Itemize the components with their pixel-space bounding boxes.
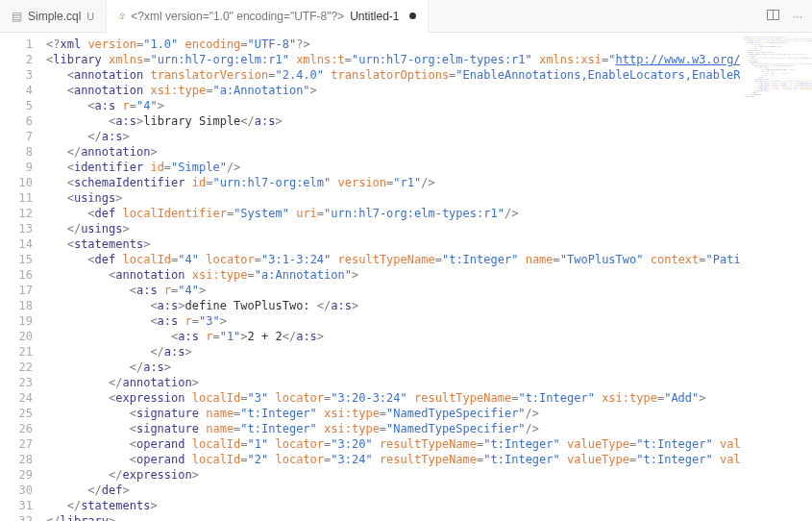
xml-icon: ઙ bbox=[118, 10, 125, 22]
line-number: 25 bbox=[0, 406, 33, 421]
line-number: 7 bbox=[0, 129, 33, 144]
line-number: 9 bbox=[0, 160, 33, 175]
code-line: </usings> bbox=[46, 221, 740, 236]
line-number: 1 bbox=[0, 37, 33, 52]
minimap[interactable]: <?xml version="1.0" encoding="UTF-8"?><l… bbox=[740, 33, 812, 521]
dirty-indicator-icon bbox=[409, 12, 416, 19]
line-number: 32 bbox=[0, 513, 33, 521]
line-number: 22 bbox=[0, 360, 33, 375]
line-number: 6 bbox=[0, 113, 33, 129]
tab-label: Untitled-1 bbox=[350, 10, 399, 23]
line-number: 27 bbox=[0, 436, 33, 452]
editor: 1234567891011121314151617181920212223242… bbox=[0, 33, 812, 521]
code-line: </a:s> bbox=[46, 129, 740, 144]
line-number: 2 bbox=[0, 52, 33, 67]
split-editor-icon[interactable] bbox=[767, 10, 779, 23]
line-number: 4 bbox=[0, 83, 33, 98]
tab-label: Simple.cql bbox=[28, 10, 81, 23]
line-number: 31 bbox=[0, 498, 33, 513]
editor-actions: ··· bbox=[767, 10, 812, 23]
code-area[interactable]: <?xml version="1.0" encoding="UTF-8"?><l… bbox=[46, 33, 740, 521]
line-number: 15 bbox=[0, 252, 33, 267]
code-line: <statements> bbox=[46, 236, 740, 252]
line-number: 26 bbox=[0, 421, 33, 436]
code-line: <?xml version="1.0" encoding="UTF-8"?> bbox=[46, 37, 740, 52]
line-number: 24 bbox=[0, 390, 33, 406]
code-line: <operand localId="2" locator="3:24" resu… bbox=[46, 452, 740, 467]
code-line: <operand localId="1" locator="3:20" resu… bbox=[46, 436, 740, 452]
code-line: </annotation> bbox=[46, 375, 740, 390]
tab-simple-cql[interactable]: ▤ Simple.cql U bbox=[0, 0, 107, 33]
line-number: 3 bbox=[0, 67, 33, 83]
line-number: 14 bbox=[0, 236, 33, 252]
line-number: 16 bbox=[0, 267, 33, 283]
code-line: <a:s r="4"> bbox=[46, 283, 740, 298]
line-number: 28 bbox=[0, 452, 33, 467]
code-line: <def localId="4" locator="3:1-3:24" resu… bbox=[46, 252, 740, 267]
code-line: <a:s r="1">2 + 2</a:s> bbox=[46, 329, 740, 344]
code-line: </expression> bbox=[46, 467, 740, 483]
tab-untitled-1[interactable]: ઙ <?xml version="1.0" encoding="UTF-8"?>… bbox=[107, 0, 428, 33]
code-line: </annotation> bbox=[46, 144, 740, 160]
code-line: </statements> bbox=[46, 498, 740, 513]
code-line: <schemaIdentifier id="urn:hl7-org:elm" v… bbox=[46, 175, 740, 190]
line-number: 13 bbox=[0, 221, 33, 236]
line-number: 18 bbox=[0, 298, 33, 313]
code-line: <a:s>library Simple</a:s> bbox=[46, 113, 740, 129]
line-number: 17 bbox=[0, 283, 33, 298]
file-icon: ▤ bbox=[12, 10, 22, 23]
line-number: 19 bbox=[0, 313, 33, 329]
line-number: 23 bbox=[0, 375, 33, 390]
code-line: <a:s r="4"> bbox=[46, 98, 740, 113]
line-number: 21 bbox=[0, 344, 33, 360]
line-number: 29 bbox=[0, 467, 33, 483]
code-line: </a:s> bbox=[46, 344, 740, 360]
line-number: 5 bbox=[0, 98, 33, 113]
code-line: <annotation xsi:type="a:Annotation"> bbox=[46, 267, 740, 283]
code-line: <usings> bbox=[46, 190, 740, 206]
line-number: 20 bbox=[0, 329, 33, 344]
line-number: 30 bbox=[0, 483, 33, 498]
code-line: </library> bbox=[46, 513, 740, 521]
code-line: <a:s r="3"> bbox=[46, 313, 740, 329]
code-line: </def> bbox=[46, 483, 740, 498]
line-number: 8 bbox=[0, 144, 33, 160]
line-number: 11 bbox=[0, 190, 33, 206]
line-number-gutter: 1234567891011121314151617181920212223242… bbox=[0, 33, 46, 521]
code-line: <expression localId="3" locator="3:20-3:… bbox=[46, 390, 740, 406]
code-line: <identifier id="Simple"/> bbox=[46, 160, 740, 175]
code-line: <a:s>define TwoPlusTwo: </a:s> bbox=[46, 298, 740, 313]
tab-modified-badge: U bbox=[86, 11, 94, 22]
line-number: 12 bbox=[0, 206, 33, 221]
code-line: <annotation xsi:type="a:Annotation"> bbox=[46, 83, 740, 98]
code-line: <library xmlns="urn:hl7-org:elm:r1" xmln… bbox=[46, 52, 740, 67]
line-number: 10 bbox=[0, 175, 33, 190]
code-line: <signature name="t:Integer" xsi:type="Na… bbox=[46, 421, 740, 436]
code-line: </a:s> bbox=[46, 360, 740, 375]
more-actions-icon[interactable]: ··· bbox=[793, 10, 802, 23]
tab-prefix: <?xml version="1.0" encoding="UTF-8"?> bbox=[131, 10, 344, 23]
code-line: <annotation translatorVersion="2.4.0" tr… bbox=[46, 67, 740, 83]
code-line: <def localIdentifier="System" uri="urn:h… bbox=[46, 206, 740, 221]
code-line: <signature name="t:Integer" xsi:type="Na… bbox=[46, 406, 740, 421]
tab-bar: ▤ Simple.cql U ઙ <?xml version="1.0" enc… bbox=[0, 0, 812, 33]
